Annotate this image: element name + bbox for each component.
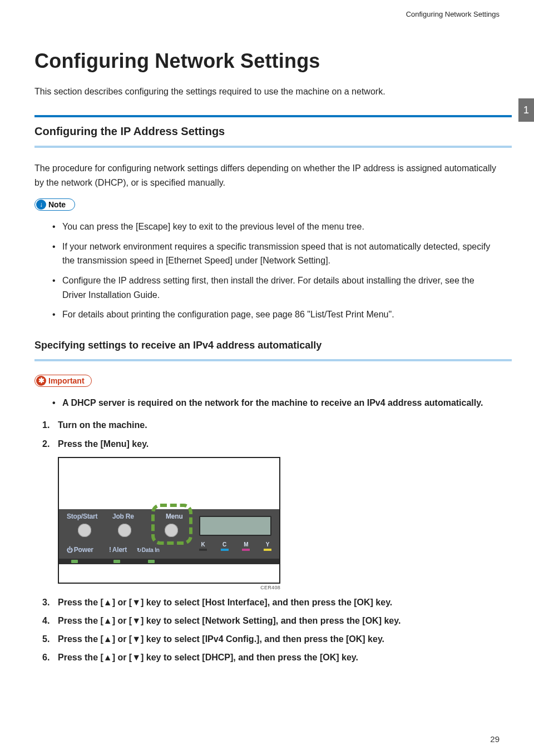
list-item: If your network environment requires a s… <box>52 240 500 268</box>
steps-list-pre: Turn on the machine. Press the [Menu] ke… <box>42 417 500 451</box>
label-power: Power <box>67 546 93 554</box>
note-label: Note <box>48 200 66 209</box>
section-heading-ip: Configuring the IP Address Settings <box>34 125 500 138</box>
step-text: Press the [▲] or [▼] key to select [Netw… <box>58 616 400 625</box>
intro-paragraph: This section describes configuring the s… <box>34 85 500 98</box>
important-label: Important <box>48 376 85 385</box>
note-down-icon: ↓ <box>36 200 46 210</box>
toner-bar-icon <box>221 549 229 551</box>
label-alert: Alert <box>109 546 127 554</box>
label-stopstart: Stop/Start <box>67 513 97 520</box>
toner-bar-icon <box>242 549 250 551</box>
toner-y: Y <box>264 541 271 551</box>
toner-bar-icon <box>264 549 271 551</box>
important-star-icon: ✱ <box>36 376 46 386</box>
list-item: For details about printing the configura… <box>52 307 500 322</box>
list-item: You can press the [Escape] key to exit t… <box>52 220 500 234</box>
lcd-screen <box>199 516 271 536</box>
stop-start-button <box>78 524 91 537</box>
toner-row: K C M Y <box>199 541 271 551</box>
power-led-icon <box>71 560 78 563</box>
alert-led-icon <box>113 560 120 563</box>
step-text: Press the [▲] or [▼] key to select [DHCP… <box>58 653 358 662</box>
toner-label: C <box>222 541 226 548</box>
highlight-ring-icon <box>151 504 192 545</box>
page: Configuring Network Settings 1 Configuri… <box>0 0 534 756</box>
led-strip <box>59 559 279 564</box>
section1-paragraph: The procedure for configuring network se… <box>34 161 500 190</box>
step-text: Press the [▲] or [▼] key to select [Host… <box>58 598 392 607</box>
toner-m: M <box>242 541 250 551</box>
toner-label: M <box>244 541 248 548</box>
note-list: You can press the [Escape] key to exit t… <box>52 220 500 322</box>
toner-label: Y <box>266 541 270 548</box>
subsection-heading-ipv4: Specifying settings to receive an IPv4 a… <box>34 340 500 351</box>
list-item: A DHCP server is required on the network… <box>52 396 500 410</box>
label-data-in: Data In <box>137 547 160 553</box>
control-panel-figure: Stop/Start Job Re Menu K C M Y Power Ale… <box>58 457 280 584</box>
step-item: Turn on the machine. <box>42 417 500 432</box>
step-item: Press the [▲] or [▼] key to select [Host… <box>42 595 500 610</box>
step-text: Turn on the machine. <box>58 420 147 430</box>
step-text: Press the [Menu] key. <box>58 439 149 449</box>
subsection-divider <box>34 359 512 361</box>
toner-bar-icon <box>199 549 207 551</box>
toner-k: K <box>199 541 207 551</box>
toner-c: C <box>221 541 229 551</box>
toner-label: K <box>201 541 205 548</box>
step-item: Press the [▲] or [▼] key to select [IPv4… <box>42 631 500 646</box>
page-title: Configuring Network Settings <box>34 49 500 73</box>
note-callout: ↓ Note <box>34 198 75 211</box>
section-divider <box>34 115 512 117</box>
chapter-tab: 1 <box>518 98 534 122</box>
running-header: Configuring Network Settings <box>34 10 500 18</box>
important-callout: ✱ Important <box>34 375 92 387</box>
page-number: 29 <box>490 734 500 744</box>
list-item: Configure the IP address setting first, … <box>52 273 500 302</box>
step-item: Press the [▲] or [▼] key to select [Netw… <box>42 613 500 628</box>
job-reset-button <box>118 524 131 537</box>
important-list: A DHCP server is required on the network… <box>52 396 500 410</box>
section-sub-divider <box>34 146 512 148</box>
data-in-led-icon <box>148 560 155 563</box>
figure-caption: CER408 <box>58 585 280 590</box>
label-job-reset: Job Re <box>112 513 134 520</box>
figure-wrap: Stop/Start Job Re Menu K C M Y Power Ale… <box>58 457 500 590</box>
step-item: Press the [Menu] key. <box>42 436 500 451</box>
important-block: A DHCP server is required on the network… <box>34 396 500 410</box>
step-text: Press the [▲] or [▼] key to select [IPv4… <box>58 634 384 644</box>
step-item: Press the [▲] or [▼] key to select [DHCP… <box>42 650 500 665</box>
steps-list-post: Press the [▲] or [▼] key to select [Host… <box>42 595 500 665</box>
